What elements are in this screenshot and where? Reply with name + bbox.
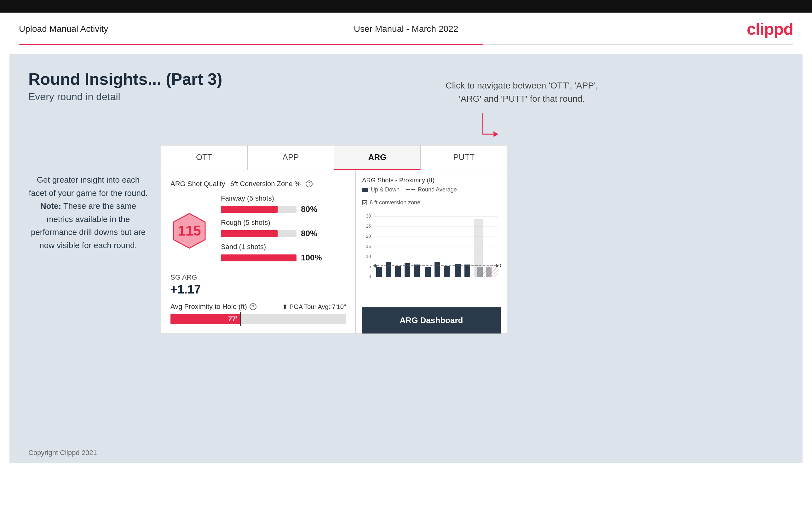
svg-text:20: 20 <box>366 234 371 239</box>
shot-label-rough: Rough (5 shots) <box>221 219 346 227</box>
arg-dashboard-button[interactable]: ARG Dashboard <box>362 307 501 334</box>
shot-label-fairway: Fairway (5 shots) <box>221 194 346 203</box>
legend-item-6ft: 6 ft conversion zone <box>362 199 420 206</box>
footer: Copyright Clippd 2021 <box>29 449 97 457</box>
proximity-bar-fill: 77' <box>170 314 241 324</box>
svg-rect-29 <box>477 267 483 277</box>
shot-bars: Fairway (5 shots) 80% Rough (5 shots) <box>221 194 346 267</box>
svg-rect-23 <box>414 265 420 277</box>
legend-box-updown <box>362 188 368 192</box>
bar-container-rough: 80% <box>221 229 346 238</box>
section-header: ARG Shot Quality 6ft Conversion Zone % ? <box>170 180 346 188</box>
svg-text:15: 15 <box>366 244 371 249</box>
manual-label: User Manual - March 2022 <box>354 24 458 34</box>
chart-header: ARG Shots - Proximity (ft) Up & Down Rou… <box>362 177 501 206</box>
help-icon[interactable]: ? <box>306 180 313 187</box>
bar-fill-rough <box>221 230 277 237</box>
proximity-bar-track: 77' <box>170 314 346 324</box>
svg-text:10: 10 <box>366 254 371 259</box>
bar-container-fairway: 80% <box>221 204 346 214</box>
insight-text: Get greater insight into each facet of y… <box>29 173 148 252</box>
chart-area: 30 25 20 15 10 5 0 <box>362 213 501 307</box>
svg-rect-28 <box>464 265 470 277</box>
svg-rect-21 <box>395 266 401 277</box>
note-bold: Note: <box>40 201 61 211</box>
hexagon-score: 115 <box>170 212 208 250</box>
arrow-container <box>477 111 503 150</box>
sg-value: +1.17 <box>170 283 346 296</box>
svg-text:0: 0 <box>368 274 371 279</box>
legend-label-updown: Up & Down <box>371 186 400 193</box>
svg-rect-19 <box>376 267 382 277</box>
bar-container-sand: 100% <box>221 253 346 263</box>
section-subtitle: 6ft Conversion Zone % <box>230 180 301 188</box>
shot-row-sand: Sand (1 shots) 100% <box>221 243 346 263</box>
svg-text:30: 30 <box>366 214 371 219</box>
svg-text:8: 8 <box>500 263 501 268</box>
svg-rect-25 <box>435 262 440 277</box>
page-title: Round Insights... (Part 3) <box>29 70 783 89</box>
chart-legend: Up & Down Round Average 6 ft conversion … <box>362 186 501 206</box>
svg-text:5: 5 <box>368 264 371 269</box>
svg-rect-26 <box>444 266 450 277</box>
page-subtitle: Every round in detail <box>29 91 783 103</box>
tab-app[interactable]: APP <box>248 146 334 170</box>
tab-arg[interactable]: ARG <box>334 146 421 170</box>
bar-pct-rough: 80% <box>301 229 320 238</box>
nav-instruction: Click to navigate between 'OTT', 'APP','… <box>446 79 598 106</box>
tab-ott[interactable]: OTT <box>161 146 248 170</box>
svg-text:25: 25 <box>366 224 371 229</box>
dashboard-panel: OTT APP ARG PUTT ARG Shot Quality 6ft Co… <box>161 145 507 334</box>
upload-activity-label: Upload Manual Activity <box>19 24 108 34</box>
legend-item-round-avg: Round Average <box>406 186 457 193</box>
tab-putt[interactable]: PUTT <box>421 146 507 170</box>
svg-rect-24 <box>425 267 431 277</box>
main-content: Round Insights... (Part 3) Every round i… <box>9 54 803 463</box>
tabs: OTT APP ARG PUTT <box>161 146 507 170</box>
panel-body: ARG Shot Quality 6ft Conversion Zone % ?… <box>161 170 507 334</box>
footer-label: Copyright Clippd 2021 <box>29 449 97 457</box>
bar-fill-fairway <box>221 206 277 213</box>
proximity-label: Avg Proximity to Hole (ft) ? <box>170 303 256 311</box>
proximity-value: 77' <box>228 315 238 323</box>
legend-checkbox-6ft <box>362 200 367 205</box>
hexagon-value: 115 <box>178 223 201 239</box>
panel-right: ARG Shots - Proximity (ft) Up & Down Rou… <box>356 170 507 334</box>
hex-container: 115 Fairway (5 shots) 80% <box>170 194 346 267</box>
svg-rect-30 <box>486 267 492 277</box>
legend-label-6ft: 6 ft conversion zone <box>370 199 420 206</box>
proximity-cursor <box>240 312 241 326</box>
svg-marker-0 <box>494 131 498 137</box>
shot-row-fairway: Fairway (5 shots) 80% <box>221 194 346 214</box>
header-divider <box>19 44 793 45</box>
shot-label-sand: Sand (1 shots) <box>221 243 346 251</box>
chart-title: ARG Shots - Proximity (ft) <box>362 177 501 184</box>
bar-track-rough <box>221 230 297 237</box>
shot-row-rough: Rough (5 shots) 80% <box>221 219 346 238</box>
pga-avg: ⬆ PGA Tour Avg: 7'10" <box>282 303 346 311</box>
proximity-section: Avg Proximity to Hole (ft) ? ⬆ PGA Tour … <box>170 303 346 324</box>
section-title: ARG Shot Quality <box>170 180 225 188</box>
legend-label-round-avg: Round Average <box>418 186 457 193</box>
proximity-header: Avg Proximity to Hole (ft) ? ⬆ PGA Tour … <box>170 303 346 311</box>
legend-dashed-round-avg <box>406 189 415 190</box>
bar-pct-fairway: 80% <box>301 204 320 214</box>
legend-item-updown: Up & Down <box>362 186 400 193</box>
svg-rect-22 <box>405 263 410 277</box>
logo: clippd <box>747 19 793 39</box>
bar-fill-sand <box>221 255 297 261</box>
svg-rect-20 <box>386 262 391 277</box>
bar-track-sand <box>221 255 297 261</box>
sg-label: SG ARG <box>170 273 346 282</box>
sg-section: SG ARG +1.17 <box>170 273 346 296</box>
bar-pct-sand: 100% <box>301 253 322 263</box>
proximity-help-icon[interactable]: ? <box>250 303 256 310</box>
panel-left: ARG Shot Quality 6ft Conversion Zone % ?… <box>161 170 356 334</box>
top-bar <box>0 0 812 13</box>
chart-svg: 30 25 20 15 10 5 0 <box>362 213 501 288</box>
header: Upload Manual Activity User Manual - Mar… <box>0 13 812 44</box>
proximity-label-text: Avg Proximity to Hole (ft) <box>170 303 247 311</box>
bar-track-fairway <box>221 206 297 213</box>
